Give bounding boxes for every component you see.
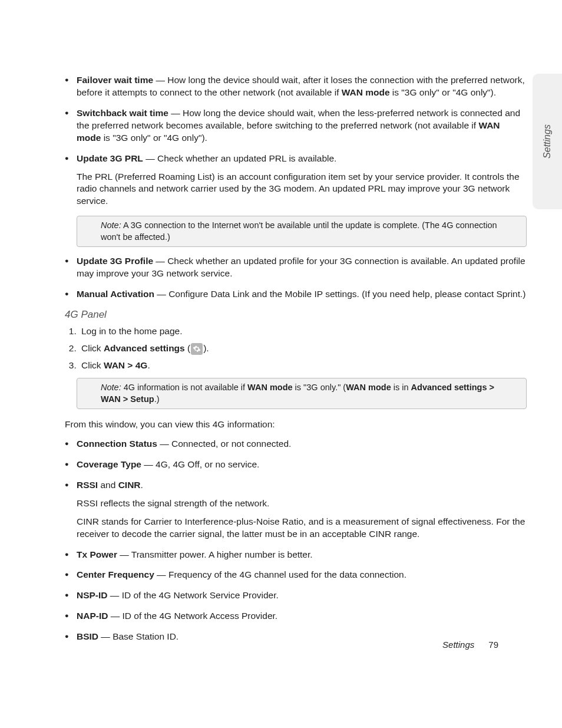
list-item: Update 3G PRL — Check whether an updated… [77, 153, 527, 208]
note-bold: WAN mode [346, 383, 391, 392]
note-text: 4G information is not available if [121, 383, 247, 392]
term-paragraph: RSSI reflects the signal strength of the… [77, 498, 527, 510]
list-item: Connection Status — Connected, or not co… [77, 438, 527, 450]
gear-icon [191, 343, 203, 355]
bullet-list-c: Connection Status — Connected, or not co… [65, 438, 527, 643]
step-text: ( [185, 343, 190, 353]
term-label: NSP-ID [77, 590, 108, 600]
list-item: Coverage Type — 4G, 4G Off, or no servic… [77, 459, 527, 471]
note-bold: WAN mode [247, 383, 293, 392]
page-footer: Settings79 [442, 640, 498, 650]
step-item: Log in to the home page. [79, 325, 527, 338]
step-text: . [147, 360, 150, 370]
list-item: Center Frequency — Frequency of the 4G c… [77, 569, 527, 581]
step-bold: WAN > 4G [104, 360, 148, 370]
term-label: Failover wait time [77, 75, 153, 85]
term-bold: WAN mode [342, 87, 390, 97]
list-item: Failover wait time — How long the device… [77, 74, 527, 99]
term-paragraph: The PRL (Preferred Roaming List) is an a… [77, 171, 527, 208]
note-text: is "3G only." ( [293, 383, 346, 392]
bullet-list-a: Failover wait time — How long the device… [65, 74, 527, 207]
term-text: — Check whether an updated PRL is availa… [143, 153, 337, 163]
term-text: . [141, 480, 143, 490]
term-label: Manual Activation [77, 289, 154, 299]
term-text: — Connected, or not connected. [157, 439, 291, 449]
term-text: — Configure Data Link and the Mobile IP … [154, 289, 525, 299]
section-heading-4g-panel: 4G Panel [65, 309, 527, 321]
term-text: — Base Station ID. [98, 631, 178, 641]
note-text: .) [154, 394, 160, 404]
steps-list: Log in to the home page. Click Advanced … [65, 325, 527, 372]
list-item: RSSI and CINR. RSSI reflects the signal … [77, 479, 527, 541]
term-text: — Frequency of the 4G channel used for t… [154, 569, 406, 579]
note-box: Note: A 3G connection to the Internet wo… [77, 216, 527, 247]
term-label: CINR [118, 480, 141, 490]
term-text: — ID of the 4G Network Access Provider. [108, 611, 277, 621]
list-item: Update 3G Profile — Check whether an upd… [77, 255, 527, 280]
term-text: and [98, 480, 118, 490]
note-text: A 3G connection to the Internet won't be… [101, 220, 497, 242]
side-tab: Settings [533, 74, 562, 209]
term-label: Update 3G PRL [77, 153, 143, 163]
step-text: Click [81, 343, 104, 353]
note-box: Note: 4G information is not available if… [77, 378, 527, 409]
page-content: Settings Failover wait time — How long t… [0, 0, 562, 696]
list-item: NSP-ID — ID of the 4G Network Service Pr… [77, 589, 527, 602]
term-label: Coverage Type [77, 459, 141, 469]
list-item: Switchback wait time — How long the devi… [77, 107, 527, 144]
side-tab-label: Settings [542, 124, 553, 159]
term-paragraph: CINR stands for Carrier to Interference-… [77, 516, 527, 541]
term-label: Update 3G Profile [77, 256, 153, 266]
term-text: — ID of the 4G Network Service Provider. [108, 590, 279, 600]
term-label: Center Frequency [77, 569, 154, 579]
term-label: NAP-ID [77, 611, 108, 621]
term-text: — 4G, 4G Off, or no service. [141, 459, 259, 469]
note-label: Note: [101, 383, 121, 392]
term-label: Tx Power [77, 549, 117, 559]
step-item: Click Advanced settings (). [79, 342, 527, 355]
term-label: RSSI [77, 480, 98, 490]
step-text: ). [203, 343, 209, 353]
footer-section: Settings [442, 640, 474, 650]
intro-text: From this window, you can view this 4G i… [65, 419, 527, 431]
term-text: — Transmitter power. A higher number is … [117, 549, 313, 559]
note-label: Note: [101, 220, 121, 230]
term-text: is "3G only" or "4G only"). [101, 133, 207, 143]
list-item: Tx Power — Transmitter power. A higher n… [77, 549, 527, 561]
note-text: is in [391, 383, 411, 392]
term-label: Switchback wait time [77, 108, 168, 118]
term-label: Connection Status [77, 439, 157, 449]
bullet-list-b: Update 3G Profile — Check whether an upd… [65, 255, 527, 301]
list-item: Manual Activation — Configure Data Link … [77, 288, 527, 301]
list-item: NAP-ID — ID of the 4G Network Access Pro… [77, 610, 527, 622]
term-label: BSID [77, 631, 98, 641]
step-text: Click [81, 360, 104, 370]
step-bold: Advanced settings [104, 343, 185, 353]
term-text: is "3G only" or "4G only"). [390, 87, 497, 97]
step-item: Click WAN > 4G. [79, 360, 527, 372]
footer-page-number: 79 [488, 640, 498, 650]
